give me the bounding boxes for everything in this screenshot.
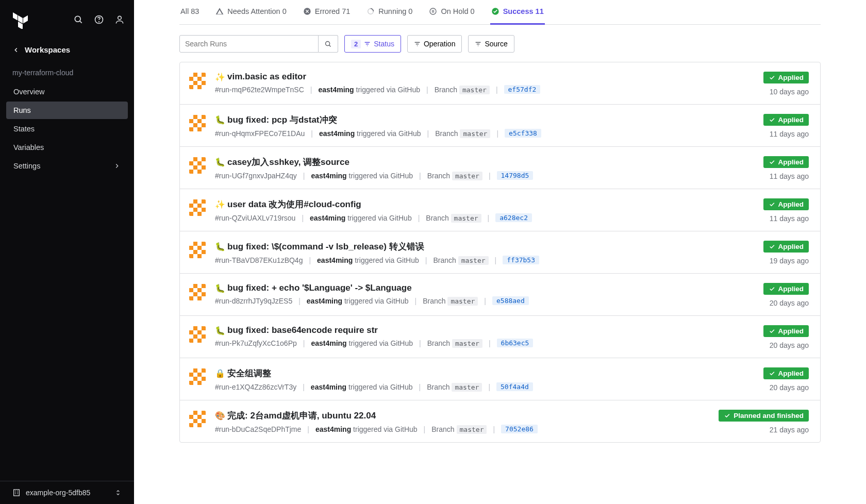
status-badge: Applied <box>763 283 809 295</box>
tab-success[interactable]: Success 11 <box>490 0 545 25</box>
nav-item-states[interactable]: States <box>6 120 128 138</box>
run-row[interactable]: ✨ user data 改为使用#cloud-config #run-QZviU… <box>180 189 820 231</box>
commit-tag[interactable]: a628ec2 <box>495 213 532 222</box>
run-row[interactable]: 🐛 bug fixed: \$(command -v lsb_release) … <box>180 231 820 274</box>
run-row[interactable]: 🎨 完成: 2台amd虚机申请, ubuntu 22.04 #run-bDuCa… <box>180 400 820 442</box>
run-title: user data 改为使用#cloud-config <box>227 198 361 210</box>
filter-bar: 2 Status Operation Source <box>179 35 821 53</box>
branch-tag: master <box>447 297 478 306</box>
run-row[interactable]: 🐛 casey加入sshkey, 调整source #run-UGf7gnxvJ… <box>180 147 820 189</box>
commit-tag[interactable]: 6b63ec5 <box>497 339 534 347</box>
run-emoji: 🐛 <box>215 283 225 293</box>
run-user: east4ming <box>317 256 353 264</box>
run-user: east4ming <box>319 129 355 138</box>
run-id: #run-bDuCa2SqeDPhTjme <box>215 425 301 433</box>
run-title: vim.basic as editor <box>227 72 306 82</box>
svg-rect-4 <box>14 490 20 496</box>
success-icon <box>491 7 499 15</box>
avatar <box>189 411 206 427</box>
commit-tag[interactable]: e5cf338 <box>505 129 541 138</box>
run-title: bug fixed: + echo '$Language' -> $Langua… <box>227 283 412 293</box>
run-emoji: 🔒 <box>215 368 225 378</box>
user-icon[interactable] <box>114 14 125 27</box>
help-icon[interactable] <box>94 14 104 27</box>
run-time: 11 days ago <box>770 172 809 180</box>
nav-item-variables[interactable]: Variables <box>6 139 128 156</box>
chevron-left-icon <box>12 46 20 54</box>
tab-all[interactable]: All 83 <box>179 0 200 25</box>
nav-item-label: Settings <box>13 162 40 170</box>
run-row[interactable]: ✨ vim.basic as editor #run-mqP62te2WmpeT… <box>180 62 820 105</box>
run-row[interactable]: 🐛 bug fixed: pcp 与dstat冲突 #run-qHqmxFPEC… <box>180 105 820 147</box>
avatar <box>189 284 206 300</box>
chevron-right-icon <box>113 162 121 170</box>
search-icon[interactable] <box>73 14 84 27</box>
tab-running[interactable]: Running 0 <box>365 0 413 25</box>
commit-tag[interactable]: 50f4a4d <box>496 382 533 391</box>
branch-tag: master <box>452 383 482 392</box>
commit-tag[interactable]: 7052e86 <box>501 425 538 433</box>
main-content: All 83Needs Attention 0Errored 71Running… <box>134 0 866 504</box>
nav-item-runs[interactable]: Runs <box>6 102 128 119</box>
svg-point-9 <box>430 8 436 14</box>
org-switcher[interactable]: example-org-5dfb85 <box>0 481 134 504</box>
branch-tag: master <box>452 172 482 180</box>
status-badge: Planned and finished <box>719 410 809 422</box>
tab-label: All 83 <box>180 7 199 15</box>
status-badge: Applied <box>763 198 809 210</box>
run-user: east4ming <box>311 339 346 347</box>
search-input[interactable] <box>179 35 319 53</box>
back-label: Workspaces <box>25 45 70 54</box>
search-button[interactable] <box>319 35 338 53</box>
nav-item-overview[interactable]: Overview <box>6 83 128 100</box>
filter-icon <box>364 41 371 47</box>
tab-needs[interactable]: Needs Attention 0 <box>214 0 287 25</box>
branch-tag: master <box>458 256 489 265</box>
run-status-tabs: All 83Needs Attention 0Errored 71Running… <box>179 0 821 25</box>
branch-tag: master <box>452 339 482 348</box>
commit-tag[interactable]: e588aed <box>492 296 529 305</box>
run-time: 20 days ago <box>770 299 809 307</box>
run-user: east4ming <box>315 425 351 433</box>
terraform-logo-icon[interactable] <box>12 12 29 29</box>
run-row[interactable]: 🔒 安全组调整 #run-e1XQ4Zz86zcVrT3y | east4min… <box>180 358 820 400</box>
avatar <box>189 242 206 258</box>
filter-status[interactable]: 2 Status <box>344 35 401 53</box>
branch-tag: master <box>457 425 487 434</box>
back-to-workspaces[interactable]: Workspaces <box>0 38 134 61</box>
nav-item-label: Runs <box>13 106 31 114</box>
tab-on[interactable]: On Hold 0 <box>428 0 475 25</box>
svg-point-3 <box>118 16 122 20</box>
run-emoji: 🐛 <box>215 115 225 125</box>
building-icon <box>12 489 21 497</box>
filter-source[interactable]: Source <box>468 35 514 53</box>
commit-tag[interactable]: ef57df2 <box>504 85 541 94</box>
nav-item-label: Variables <box>13 143 44 152</box>
filter-icon <box>414 41 421 47</box>
run-title: bug fixed: \$(command -v lsb_release) 转义… <box>227 241 424 253</box>
nav-item-label: Overview <box>13 88 44 96</box>
nav-item-settings[interactable]: Settings <box>6 157 128 175</box>
run-row[interactable]: 🐛 bug fixed: base64encode require str #r… <box>180 316 820 358</box>
run-id: #run-TBaVD87EKu1zBQ4g <box>215 256 303 264</box>
svg-point-2 <box>99 22 99 22</box>
run-row[interactable]: 🐛 bug fixed: + echo '$Language' -> $Lang… <box>180 274 820 316</box>
commit-tag[interactable]: 14798d5 <box>497 171 534 180</box>
run-time: 20 days ago <box>770 341 809 349</box>
filter-operation[interactable]: Operation <box>407 35 462 53</box>
branch-tag: master <box>459 86 490 94</box>
run-title: 安全组调整 <box>227 367 271 379</box>
tab-label: Success 11 <box>503 7 544 15</box>
run-id: #run-mqP62te2WmpeTnSC <box>215 86 304 94</box>
tab-label: Errored 71 <box>315 7 351 15</box>
status-badge: Applied <box>763 325 809 337</box>
pause-icon <box>429 7 437 15</box>
tab-label: Needs Attention 0 <box>227 7 286 15</box>
commit-tag[interactable]: ff37b53 <box>503 256 539 264</box>
error-icon <box>303 7 311 15</box>
tab-errored[interactable]: Errored 71 <box>302 0 352 25</box>
svg-rect-11 <box>434 10 434 12</box>
avatar <box>189 157 206 174</box>
run-time: 20 days ago <box>770 383 809 392</box>
tab-label: Running 0 <box>378 7 412 15</box>
